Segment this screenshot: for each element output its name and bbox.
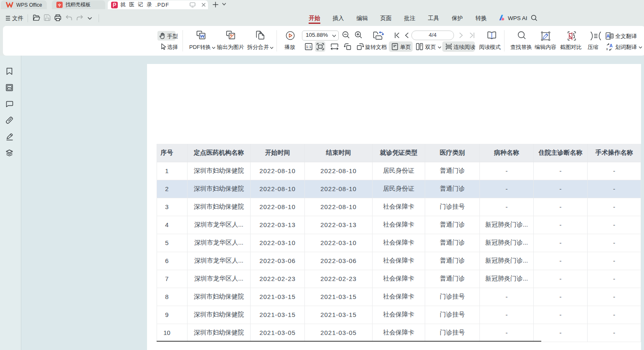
svg-text:A: A <box>609 43 613 48</box>
svg-text:A: A <box>606 33 610 38</box>
svg-text:x: x <box>606 47 608 51</box>
svg-text:1:1: 1:1 <box>306 44 311 49</box>
